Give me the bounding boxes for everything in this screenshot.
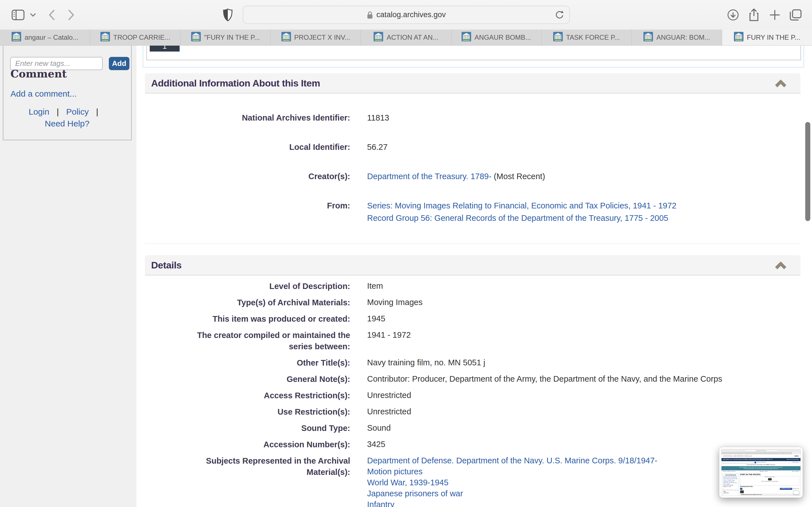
new-tab-icon[interactable] — [767, 0, 783, 30]
downloads-icon[interactable] — [725, 0, 741, 30]
mini-film-icon — [768, 478, 772, 481]
field-row: General Note(s):Contributor: Producer, D… — [145, 374, 801, 385]
mini-advanced-search: Advanced Search — [757, 462, 766, 463]
tab-label: ACTION AT AN... — [387, 34, 438, 41]
field-row: Creator(s):Department of the Treasury. 1… — [145, 170, 801, 182]
value-text: Moving Images — [367, 298, 423, 307]
collapse-chevron-icon[interactable] — [774, 262, 787, 271]
sidebar-help-row: Need Help? — [3, 119, 131, 128]
separator: | — [89, 107, 106, 116]
field-value: Series: Moving Images Relating to Financ… — [367, 200, 801, 224]
field-value: Department of the Treasury. 1789- (Most … — [367, 170, 801, 182]
scrollbar-thumb[interactable] — [805, 122, 810, 221]
back-button-icon[interactable] — [45, 0, 59, 30]
field-row: This item was produced or created:1945 — [145, 313, 801, 325]
privacy-shield-icon[interactable] — [220, 0, 235, 30]
field-label: Sound Type: — [187, 422, 350, 434]
field-value: Unrestricted — [367, 390, 801, 401]
sidebar-link-policy[interactable]: Policy — [66, 107, 89, 116]
field-row: Level of Description:Item — [145, 281, 801, 292]
tag-comment-box: Add a tag... Add Comment Add a comment..… — [3, 46, 132, 140]
tab-2[interactable]: "FURY IN THE P... — [181, 30, 271, 45]
value-text: Sound — [367, 424, 391, 432]
value-link[interactable]: Department of the Treasury. 1789- — [367, 172, 492, 181]
tab-3[interactable]: PROJECT X INV... — [271, 30, 361, 45]
mini-page: catalog.archives.gov NATIONAL ARCHIVES C… — [721, 449, 801, 496]
chevron-down-icon[interactable] — [28, 0, 38, 30]
value-text: Unrestricted — [367, 407, 411, 416]
field-label: Creator(s): — [187, 170, 350, 182]
tab-5[interactable]: ANGAUR BOMB... — [451, 30, 542, 45]
value-link[interactable]: Motion pictures — [367, 467, 423, 476]
field-label: Access Restriction(s): — [187, 390, 350, 401]
archives-favicon — [644, 32, 653, 43]
field-row: Type(s) of Archival Materials:Moving Ima… — [145, 297, 801, 308]
field-label: From: — [187, 200, 350, 212]
address-bar[interactable]: catalog.archives.gov — [243, 6, 570, 24]
field-value: Moving Images — [367, 297, 801, 308]
tab-label: TASK FORCE P... — [566, 34, 620, 41]
value-link[interactable]: Infantry — [367, 500, 395, 507]
additional-info-header[interactable]: Additional Information About this Item — [145, 73, 801, 94]
mini-tab — [721, 452, 730, 454]
archives-favicon — [462, 32, 471, 43]
tab-label: "FURY IN THE P... — [204, 34, 260, 41]
sidebar-link-login[interactable]: Login — [29, 107, 49, 116]
details-body: Level of Description:ItemType(s) of Arch… — [145, 276, 801, 507]
mini-search-icon — [755, 462, 756, 463]
value-text: 1941 - 1972 — [367, 330, 411, 339]
mini-share-export: Share | Export — [792, 471, 799, 472]
screenshot-preview-thumbnail[interactable]: catalog.archives.gov NATIONAL ARCHIVES C… — [719, 447, 803, 498]
reload-icon[interactable] — [555, 10, 564, 22]
value-link[interactable]: Record Group 56: General Records of the … — [367, 214, 668, 223]
value-link[interactable]: Department of Defense. Department of the… — [367, 456, 657, 465]
mini-nav-right: About Us Privacy Policy — [787, 459, 799, 460]
archives-favicon — [191, 32, 201, 43]
tab-4[interactable]: ACTION AT AN... — [361, 30, 451, 45]
mini-download-label: Download this film. — [740, 486, 799, 488]
page-content: Add a tag... Add Comment Add a comment..… — [0, 46, 812, 507]
add-tag-button[interactable]: Add — [109, 57, 130, 70]
add-comment-link[interactable]: Add a comment... — [10, 89, 77, 99]
field-label: Other Title(s): — [187, 357, 350, 369]
value-link[interactable]: Series: Moving Images Relating to Financ… — [367, 201, 676, 210]
collapse-chevron-icon[interactable] — [774, 80, 787, 89]
sidebar-link-need-help[interactable]: Need Help? — [45, 119, 89, 128]
media-panel-remnant: 1 — [143, 46, 804, 68]
sidebar-links-row: Login|Policy| — [3, 107, 131, 117]
share-icon[interactable] — [746, 0, 762, 30]
add-tag-heading: Add a tag... — [10, 46, 60, 46]
tab-label: ANGUAR: BOM... — [656, 34, 710, 41]
tab-6[interactable]: TASK FORCE P... — [542, 30, 632, 45]
value-text: 1945 — [367, 314, 386, 323]
tab-label: PROJECT X INV... — [294, 34, 350, 41]
value-link[interactable]: World War, 1939-1945 — [367, 478, 449, 487]
value-text: Unrestricted — [367, 391, 411, 400]
page-1-button[interactable]: 1 — [150, 46, 180, 52]
separator: | — [49, 107, 66, 116]
field-row: National Archives Identifier:11813 — [145, 112, 801, 124]
mini-menu: MENU — [795, 455, 799, 457]
sidebar-toggle-icon[interactable] — [10, 0, 26, 30]
field-value: Item — [367, 281, 801, 291]
value-link[interactable]: Japanese prisoners of war — [367, 489, 463, 498]
tab-7[interactable]: ANGUAR: BOM... — [632, 30, 722, 45]
mini-search-input — [723, 462, 754, 463]
details-header[interactable]: Details — [145, 255, 801, 276]
field-row: Accession Number(s):3425 — [145, 439, 801, 450]
tab-overview-icon[interactable] — [788, 0, 804, 30]
tab-0[interactable]: angaur – Catalo... — [0, 30, 90, 45]
mini-site-title: NATIONAL ARCHIVES CATALOG — [723, 455, 752, 457]
field-label: Accession Number(s): — [187, 439, 350, 450]
field-label: This item was produced or created: — [187, 313, 350, 325]
mini-banner: We're building a new Catalog! Try out th… — [721, 466, 801, 470]
field-label: National Archives Identifier: — [187, 112, 350, 124]
tab-1[interactable]: TROOP CARRIE... — [90, 30, 181, 45]
tab-label: angaur – Catalo... — [24, 34, 79, 41]
mini-tab — [783, 452, 792, 454]
mini-results: Results: 1 of 12 — [760, 471, 768, 472]
field-row: Sound Type:Sound — [145, 422, 801, 434]
mini-video-area: Unable to play video Please download the… — [740, 476, 799, 486]
forward-button-icon[interactable] — [64, 0, 79, 30]
tab-8[interactable]: FURY IN THE P... — [722, 30, 812, 45]
